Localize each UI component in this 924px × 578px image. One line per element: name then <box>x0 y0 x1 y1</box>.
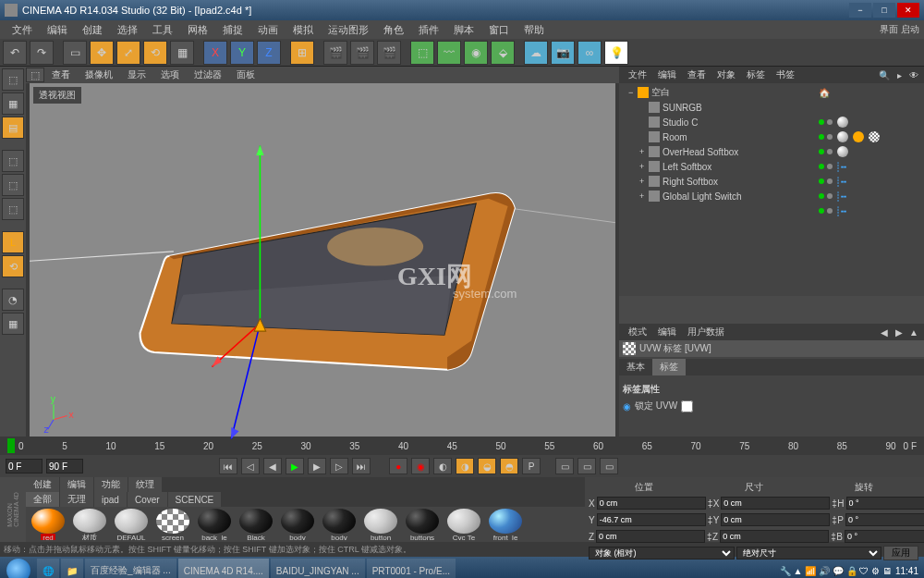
material-item[interactable]: Cyc Te <box>444 509 484 540</box>
render-settings-button[interactable]: 🎬 <box>377 41 401 65</box>
taskbar-item[interactable]: 百度经验_编辑器 ... <box>85 559 176 578</box>
attr-menu[interactable]: 模式 <box>623 326 652 338</box>
viewport-tab[interactable]: 选项 <box>153 68 187 81</box>
om-menu[interactable]: 编辑 <box>652 68 682 81</box>
material-item[interactable]: screen <box>152 509 193 540</box>
axis-mode[interactable]: L <box>2 231 24 253</box>
x-axis-toggle[interactable]: X <box>203 41 227 65</box>
mat-menu[interactable]: 功能 <box>94 477 128 492</box>
generator-button[interactable]: ◉ <box>464 41 488 65</box>
quicklaunch-explorer[interactable]: 📁 <box>61 559 83 578</box>
tray-icons[interactable]: 🔧 ▲ 📶 🔊 💬 🔒 🛡 ⚙ 🖥 <box>780 566 892 576</box>
material-item[interactable]: button <box>360 509 401 540</box>
lock-uvw-checkbox[interactable] <box>681 400 693 412</box>
mat-layer-tab[interactable]: ipad <box>94 492 127 507</box>
tree-item-visibility[interactable]: ┊╍ <box>815 174 922 189</box>
edge-mode[interactable]: ⬚ <box>2 174 24 196</box>
material-item[interactable]: DEFAUL <box>111 509 152 540</box>
autokey-button[interactable]: ◉ <box>411 458 430 474</box>
coord-rot-input[interactable] <box>846 497 924 510</box>
render-view-button[interactable]: 🎬 <box>323 41 347 65</box>
menu-模拟[interactable]: 模拟 <box>286 23 321 37</box>
y-axis-toggle[interactable]: Y <box>230 41 254 65</box>
light-button[interactable]: ∞ <box>578 41 602 65</box>
system-tray[interactable]: 🔧 ▲ 📶 🔊 💬 🔒 🛡 ⚙ 🖥 11:41 <box>776 566 922 576</box>
mat-layer-tab[interactable]: SCENCE <box>168 492 222 507</box>
viewport-tab[interactable]: 显示 <box>120 68 153 81</box>
record-button[interactable]: ● <box>389 458 407 474</box>
viewport-tab[interactable]: 摄像机 <box>78 68 120 81</box>
up-icon[interactable]: ▲ <box>907 326 920 338</box>
menu-工具[interactable]: 工具 <box>145 23 180 37</box>
menu-动画[interactable]: 动画 <box>250 23 286 37</box>
coord-system-button[interactable]: ⊞ <box>290 41 314 65</box>
soft-select[interactable]: ◔ <box>2 289 24 311</box>
tree-item-visibility[interactable]: ┊╍ <box>815 159 922 174</box>
attr-menu[interactable]: 编辑 <box>652 326 682 338</box>
path-icon[interactable]: ▸ <box>893 68 906 81</box>
prev-frame-button[interactable]: ◀ <box>263 458 282 474</box>
workplane-mode[interactable]: ▤ <box>2 117 24 139</box>
coord-size-input[interactable] <box>721 497 830 510</box>
polygon-mode[interactable]: ⬚ <box>2 198 24 220</box>
z-axis-toggle[interactable]: Z <box>257 41 281 65</box>
tree-item[interactable]: +Left Softbox <box>621 159 811 174</box>
close-button[interactable]: ✕ <box>897 3 919 18</box>
menu-创建[interactable]: 创建 <box>75 23 110 37</box>
viewport-tab[interactable]: 过滤器 <box>187 68 229 81</box>
om-menu[interactable]: 查看 <box>682 68 711 81</box>
menu-脚本[interactable]: 脚本 <box>446 23 481 37</box>
tree-item[interactable]: Room <box>621 129 811 144</box>
environment-button[interactable]: ☁ <box>524 41 548 65</box>
apply-button[interactable]: 应用 <box>883 546 918 560</box>
move-tool[interactable]: ✥ <box>90 41 114 65</box>
tree-item-visibility[interactable] <box>815 100 922 115</box>
coord-pos-input[interactable] <box>597 497 706 510</box>
layout-selector[interactable]: 界面 启动 <box>880 23 919 36</box>
mat-layer-tab[interactable]: 无理 <box>60 492 93 507</box>
mat-menu[interactable]: 编辑 <box>60 477 93 492</box>
render-region-button[interactable]: 🎬 <box>350 41 374 65</box>
key-param-button[interactable]: ◓ <box>500 458 518 474</box>
tweak-mode[interactable]: ▦ <box>2 313 24 335</box>
coord-size-input[interactable] <box>721 513 830 526</box>
next-frame-button[interactable]: ▶ <box>308 458 326 474</box>
material-item[interactable]: Black <box>236 509 276 540</box>
tree-item[interactable]: +OverHead Softbox <box>621 144 811 159</box>
menu-角色[interactable]: 角色 <box>376 23 411 37</box>
menu-捕捉[interactable]: 捕捉 <box>215 23 250 37</box>
viewport-tab[interactable]: 查看 <box>44 68 78 81</box>
tree-item-visibility[interactable] <box>815 129 922 144</box>
home-icon[interactable]: 🏠 <box>819 88 830 98</box>
play-button[interactable]: ▶ <box>286 458 304 474</box>
coord-pos-input[interactable] <box>596 530 705 543</box>
coord-size-input[interactable] <box>720 530 829 543</box>
keymode1-button[interactable]: ▭ <box>555 458 574 474</box>
material-item[interactable]: 材质 <box>69 509 110 540</box>
tab-tag[interactable]: 标签 <box>652 359 686 375</box>
tree-item-visibility[interactable]: ┊╍ <box>815 203 922 218</box>
material-item[interactable]: red <box>28 509 68 540</box>
material-item[interactable]: body <box>277 509 318 540</box>
material-item[interactable]: buttons <box>402 509 443 540</box>
scale-tool[interactable]: ⤢ <box>116 41 140 65</box>
object-tree[interactable]: −空白SUNRGBStudio CRoom+OverHead Softbox+L… <box>619 83 924 296</box>
view-icon[interactable]: 👁 <box>907 68 920 81</box>
key-scale-button[interactable]: ◑ <box>456 458 474 474</box>
coord-pos-input[interactable] <box>597 513 706 526</box>
key-rot-button[interactable]: ◒ <box>478 458 496 474</box>
minimize-button[interactable]: − <box>849 3 871 18</box>
snap-toggle[interactable]: ⟲ <box>2 255 24 277</box>
quicklaunch-ie[interactable]: 🌐 <box>37 559 59 578</box>
menu-插件[interactable]: 插件 <box>411 23 446 37</box>
spline-button[interactable]: 〰 <box>437 41 461 65</box>
menu-文件[interactable]: 文件 <box>5 23 40 37</box>
om-menu[interactable]: 标签 <box>741 68 771 81</box>
tree-item-visibility[interactable] <box>815 144 922 159</box>
tree-item[interactable]: +Right Softbox <box>621 174 811 189</box>
last-tool[interactable]: ▦ <box>170 41 194 65</box>
tree-item-visibility[interactable]: ┊╍ <box>815 189 922 203</box>
goto-start-button[interactable]: ⏮ <box>219 458 237 474</box>
menu-窗口[interactable]: 窗口 <box>481 23 517 37</box>
mat-menu[interactable]: 纹理 <box>128 477 162 492</box>
